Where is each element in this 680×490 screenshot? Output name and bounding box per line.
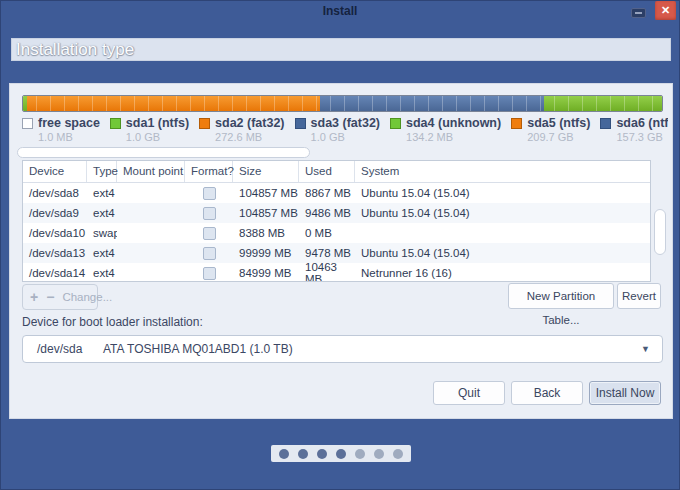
window-title: Install	[1, 1, 679, 21]
install-window: Install ✕ Installation type free space 1…	[0, 0, 680, 490]
bootloader-label: Device for boot loader installation:	[22, 315, 203, 329]
legend-item: sda1 (ntfs) 1.0 GB	[110, 116, 189, 146]
legend-item: free space 1.0 MB	[22, 116, 100, 146]
legend-label: sda3 (fat32)	[311, 116, 380, 130]
install-now-button[interactable]: Install Now	[589, 381, 661, 405]
cell-type: ext4	[87, 207, 117, 219]
cell-used: 9486 MB	[299, 207, 355, 219]
column-header-format[interactable]: Format?	[185, 161, 233, 182]
column-header-device[interactable]: Device	[23, 161, 87, 182]
legend-item: sda5 (ntfs) 209.7 GB	[511, 116, 590, 146]
table-header: Device Type Mount point Format? Size Use…	[23, 161, 650, 183]
progress-dot	[298, 449, 308, 459]
cell-system: Ubuntu 15.04 (15.04)	[355, 187, 650, 199]
legend-horizontal-scrollbar[interactable]	[17, 147, 310, 158]
cell-device: /dev/sda9	[23, 207, 87, 219]
progress-dot	[317, 449, 327, 459]
back-button[interactable]: Back	[511, 381, 583, 405]
footer-buttons: Quit Back Install Now	[433, 381, 661, 405]
partition-swatch	[390, 118, 401, 129]
format-checkbox[interactable]	[203, 187, 216, 200]
cell-type: ext4	[87, 267, 117, 279]
page-title: Installation type	[12, 39, 670, 60]
table-row[interactable]: /dev/sda14 ext4 84999 MB 10463 MB Netrun…	[23, 263, 650, 282]
quit-button[interactable]: Quit	[433, 381, 505, 405]
legend-label: sda4 (unknown)	[406, 116, 501, 130]
cell-device: /dev/sda14	[23, 267, 87, 279]
add-partition-button[interactable]: +	[30, 290, 38, 304]
legend-label: free space	[38, 116, 100, 130]
legend-size: 134.2 MB	[390, 131, 501, 143]
chevron-down-icon: ▼	[641, 344, 662, 354]
progress-dot	[279, 449, 289, 459]
column-header-system[interactable]: System	[355, 161, 650, 182]
column-header-type[interactable]: Type	[87, 161, 117, 182]
cell-size: 84999 MB	[233, 267, 299, 279]
remove-partition-button[interactable]: −	[46, 290, 54, 304]
freespace-swatch	[22, 118, 33, 129]
table-row[interactable]: /dev/sda13 ext4 99999 MB 9478 MB Ubuntu …	[23, 243, 650, 263]
partition-swatch	[600, 118, 611, 129]
legend-label: sda1 (ntfs)	[126, 116, 189, 130]
close-button[interactable]: ✕	[655, 1, 676, 20]
progress-dots	[271, 445, 411, 462]
legend-size: 272.6 MB	[199, 131, 284, 143]
progress-dot	[336, 449, 346, 459]
table-row[interactable]: /dev/sda9 ext4 104857 MB 9486 MB Ubuntu …	[23, 203, 650, 223]
disk-segment	[320, 96, 544, 111]
column-header-mount-point[interactable]: Mount point	[117, 161, 185, 182]
partition-legend: free space 1.0 MB sda1 (ntfs) 1.0 GB sda…	[22, 116, 668, 146]
bootloader-device-model: ATA TOSHIBA MQ01ABD1 (1.0 TB)	[103, 342, 293, 356]
partition-swatch	[511, 118, 522, 129]
legend-size: 1.0 GB	[110, 131, 189, 143]
column-header-used[interactable]: Used	[299, 161, 355, 182]
partition-swatch	[199, 118, 210, 129]
cell-system: Netrunner 16 (16)	[355, 267, 650, 279]
cell-device: /dev/sda8	[23, 187, 87, 199]
format-checkbox[interactable]	[203, 227, 216, 240]
legend-size: 1.0 MB	[22, 131, 100, 143]
cell-size: 8388 MB	[233, 227, 299, 239]
progress-dot	[355, 449, 365, 459]
progress-dot	[393, 449, 403, 459]
close-icon: ✕	[661, 4, 670, 16]
table-vertical-scrollbar[interactable]	[654, 209, 666, 255]
cell-system: Ubuntu 15.04 (15.04)	[355, 207, 650, 219]
minimize-icon	[635, 12, 642, 14]
partition-swatch	[295, 118, 306, 129]
table-row[interactable]: /dev/sda8 ext4 104857 MB 8867 MB Ubuntu …	[23, 183, 650, 203]
format-checkbox[interactable]	[203, 247, 216, 260]
revert-button[interactable]: Revert	[617, 283, 661, 309]
legend-size: 1.0 GB	[295, 131, 380, 143]
change-partition-button[interactable]: Change...	[62, 291, 112, 303]
legend-item: sda2 (fat32) 272.6 MB	[199, 116, 284, 146]
legend-label: sda6 (ntfs)	[616, 116, 668, 130]
cell-used: 9478 MB	[299, 247, 355, 259]
format-checkbox[interactable]	[203, 267, 216, 280]
title-bar: Install ✕	[1, 1, 679, 21]
table-row[interactable]: /dev/sda10 swap 8388 MB 0 MB	[23, 223, 650, 243]
cell-device: /dev/sda13	[23, 247, 87, 259]
bootloader-device: /dev/sda	[23, 342, 103, 356]
partition-swatch	[110, 118, 121, 129]
cell-used: 8867 MB	[299, 187, 355, 199]
bootloader-device-select[interactable]: /dev/sda ATA TOSHIBA MQ01ABD1 (1.0 TB) ▼	[22, 335, 663, 363]
cell-type: ext4	[87, 247, 117, 259]
page-header: Installation type	[11, 38, 671, 61]
content-panel: free space 1.0 MB sda1 (ntfs) 1.0 GB sda…	[9, 83, 673, 419]
legend-size: 157.3 GB	[600, 131, 668, 143]
cell-size: 99999 MB	[233, 247, 299, 259]
format-checkbox[interactable]	[203, 207, 216, 220]
cell-type: swap	[87, 227, 117, 239]
legend-item: sda6 (ntfs) 157.3 GB	[600, 116, 668, 146]
legend-label: sda5 (ntfs)	[527, 116, 590, 130]
column-header-size[interactable]: Size	[233, 161, 299, 182]
cell-system: Ubuntu 15.04 (15.04)	[355, 247, 650, 259]
legend-item: sda3 (fat32) 1.0 GB	[295, 116, 380, 146]
cell-type: ext4	[87, 187, 117, 199]
cell-device: /dev/sda10	[23, 227, 87, 239]
new-partition-table-button[interactable]: New Partition Table...	[508, 283, 614, 309]
disk-usage-bar	[22, 95, 663, 112]
legend-item: sda4 (unknown) 134.2 MB	[390, 116, 501, 146]
minimize-button[interactable]	[631, 8, 646, 18]
